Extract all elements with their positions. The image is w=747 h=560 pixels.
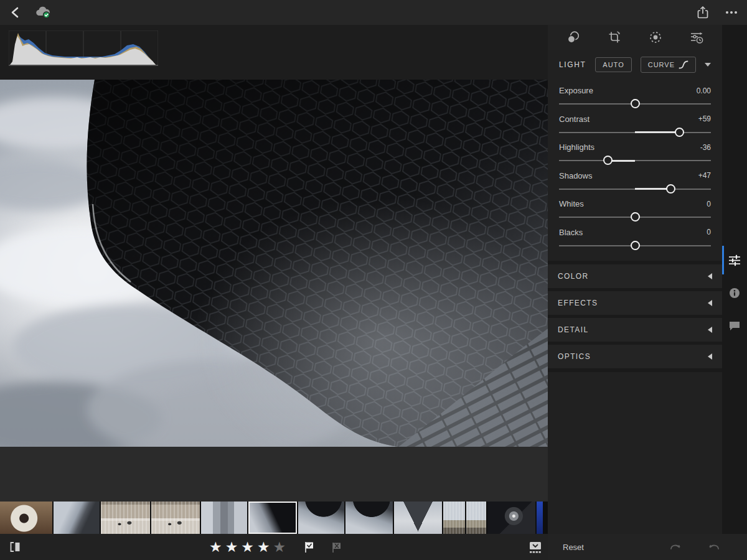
chevron-left-icon bbox=[708, 353, 712, 360]
rail-comments-button[interactable] bbox=[722, 314, 747, 337]
filmstrip[interactable] bbox=[0, 502, 548, 534]
slider-knob[interactable] bbox=[631, 99, 640, 108]
slider-track[interactable] bbox=[559, 184, 711, 194]
info-icon bbox=[728, 286, 741, 300]
bottom-toolbar: ★★★★★ bbox=[0, 534, 548, 560]
main-area: ★★★★★ bbox=[0, 25, 548, 560]
slider-highlights: Highlights -36 bbox=[559, 139, 711, 167]
slider-knob[interactable] bbox=[631, 212, 640, 222]
slider-whites: Whites 0 bbox=[559, 195, 711, 224]
histogram-strip bbox=[0, 25, 548, 80]
slider-track[interactable] bbox=[559, 128, 711, 138]
chevron-left-icon bbox=[708, 273, 712, 279]
canvas-letterbox bbox=[0, 447, 548, 502]
star-5[interactable]: ★ bbox=[273, 540, 286, 554]
rail-info-button[interactable] bbox=[722, 282, 747, 304]
filmstrip-thumbnail[interactable] bbox=[394, 502, 442, 534]
light-title: LIGHT bbox=[559, 60, 586, 69]
back-button[interactable] bbox=[6, 3, 25, 22]
filmstrip-thumbnail[interactable] bbox=[466, 502, 486, 534]
filmstrip-thumbnail[interactable] bbox=[298, 502, 344, 534]
edit-sliders-icon bbox=[727, 253, 742, 268]
star-rating[interactable]: ★★★★★ bbox=[209, 534, 286, 560]
before-after-compare-icon[interactable] bbox=[6, 538, 25, 556]
slider-label: Exposure bbox=[559, 86, 593, 95]
slider-label: Whites bbox=[559, 199, 584, 208]
section-optics[interactable]: OPTICS bbox=[548, 345, 722, 368]
slider-knob[interactable] bbox=[631, 241, 640, 250]
cloud-sync-icon[interactable] bbox=[34, 3, 52, 22]
presets-icon[interactable] bbox=[564, 28, 583, 47]
slider-knob[interactable] bbox=[603, 156, 613, 165]
slider-shadows: Shadows +47 bbox=[559, 167, 711, 196]
star-3[interactable]: ★ bbox=[241, 540, 254, 554]
filmstrip-thumbnail[interactable] bbox=[54, 502, 100, 534]
edit-panel: LIGHT AUTO CURVE Exposure 0.00 Contrast … bbox=[548, 25, 722, 534]
filmstrip-thumbnail[interactable] bbox=[151, 502, 200, 534]
reset-bar: Reset bbox=[548, 534, 747, 560]
filmstrip-thumbnail[interactable] bbox=[201, 502, 247, 534]
slider-value: +59 bbox=[698, 114, 711, 123]
section-label: DETAIL bbox=[558, 325, 589, 334]
slider-label: Blacks bbox=[559, 228, 583, 237]
slider-exposure: Exposure 0.00 bbox=[559, 82, 711, 111]
slider-blacks: Blacks 0 bbox=[559, 224, 711, 253]
more-menu-icon[interactable] bbox=[722, 3, 741, 22]
section-label: OPTICS bbox=[558, 352, 591, 361]
slider-value: 0 bbox=[707, 228, 711, 236]
section-color[interactable]: COLOR bbox=[548, 264, 722, 288]
section-effects[interactable]: EFFECTS bbox=[548, 291, 722, 315]
selective-edit-icon[interactable] bbox=[646, 28, 665, 47]
slider-label: Shadows bbox=[559, 171, 592, 180]
auto-button[interactable]: AUTO bbox=[595, 57, 631, 72]
section-detail[interactable]: DETAIL bbox=[548, 318, 722, 342]
section-label: EFFECTS bbox=[558, 299, 598, 307]
undo-icon[interactable] bbox=[705, 538, 723, 556]
slider-knob[interactable] bbox=[666, 184, 675, 194]
filmstrip-thumbnail[interactable] bbox=[0, 502, 52, 534]
lightroom-app: ★★★★★ bbox=[0, 0, 747, 560]
filmstrip-thumbnail[interactable] bbox=[443, 502, 465, 534]
versions-icon[interactable] bbox=[687, 28, 706, 47]
rail-edit-button[interactable] bbox=[722, 249, 747, 271]
redo-icon[interactable] bbox=[666, 538, 685, 556]
curve-icon bbox=[679, 60, 688, 69]
reset-button[interactable]: Reset bbox=[563, 543, 584, 552]
slider-value: 0 bbox=[707, 200, 711, 208]
filmstrip-thumbnail-selected[interactable] bbox=[248, 502, 297, 534]
filmstrip-thumbnail[interactable] bbox=[101, 502, 150, 534]
slider-track[interactable] bbox=[559, 99, 711, 109]
pick-flag-icon[interactable] bbox=[300, 538, 319, 556]
right-rail bbox=[722, 25, 747, 534]
filmstrip-thumbnail[interactable] bbox=[345, 502, 393, 534]
slider-label: Highlights bbox=[559, 142, 594, 152]
collapsed-sections: COLOR EFFECTS DETAIL OPTICS bbox=[548, 261, 722, 372]
light-section-header: LIGHT AUTO CURVE bbox=[548, 50, 722, 80]
filmstrip-thumbnail[interactable] bbox=[487, 502, 535, 534]
photo-canvas[interactable] bbox=[0, 80, 548, 447]
slider-track[interactable] bbox=[559, 212, 711, 222]
chevron-left-icon bbox=[708, 300, 712, 306]
slider-knob[interactable] bbox=[675, 128, 684, 137]
slider-track[interactable] bbox=[559, 241, 711, 251]
reject-flag-icon[interactable] bbox=[327, 538, 346, 556]
crop-icon[interactable] bbox=[605, 28, 624, 47]
slider-value: +47 bbox=[698, 171, 711, 180]
slider-label: Contrast bbox=[559, 114, 590, 124]
filmstrip-toggle-icon[interactable] bbox=[526, 538, 545, 557]
edit-toolbar bbox=[548, 25, 722, 50]
slider-contrast: Contrast +59 bbox=[559, 111, 711, 139]
slider-track[interactable] bbox=[559, 156, 711, 166]
slider-value: 0.00 bbox=[697, 86, 711, 95]
share-icon[interactable] bbox=[693, 3, 712, 22]
curve-button[interactable]: CURVE bbox=[641, 57, 696, 73]
star-2[interactable]: ★ bbox=[225, 540, 238, 554]
chevron-down-icon[interactable] bbox=[705, 63, 711, 67]
histogram[interactable] bbox=[9, 30, 158, 69]
slider-value: -36 bbox=[700, 143, 711, 152]
light-sliders: Exposure 0.00 Contrast +59 Highlights -3… bbox=[548, 80, 722, 252]
top-bar bbox=[0, 0, 747, 25]
filmstrip-thumbnail[interactable] bbox=[537, 502, 543, 534]
star-4[interactable]: ★ bbox=[257, 540, 270, 554]
star-1[interactable]: ★ bbox=[209, 540, 222, 554]
